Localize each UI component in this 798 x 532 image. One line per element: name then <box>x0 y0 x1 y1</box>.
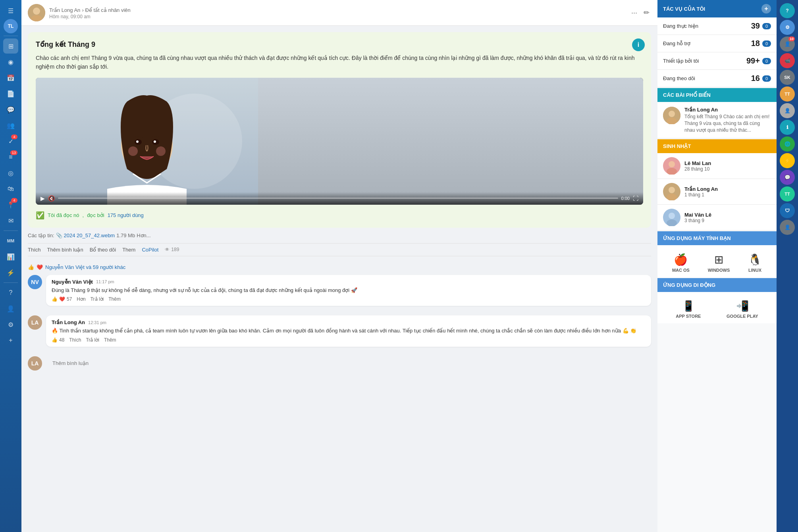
popular-section: CÁC BÀI PHỔ BIẾN Trần Long An Tổng kết T… <box>657 88 777 138</box>
read-by-label: đọc bởi <box>87 212 104 218</box>
attachment-label: Các tập tin: <box>28 232 54 238</box>
popular-post-avatar <box>663 107 680 124</box>
video-progress-bar[interactable] <box>58 198 618 199</box>
birthday-info-3: Mai Văn Lê 3 tháng 9 <box>684 212 771 223</box>
comment-input-row: LA <box>28 356 651 371</box>
check-icon: ✅ <box>36 211 44 220</box>
fullscreen-button[interactable]: ⛶ <box>633 195 638 202</box>
far-right-sidebar: ? ⚙ 👤 10 📹 SK TT 👤 ℹ 🌐 ⚡ 💬 TT 🛡 👤 <box>777 0 798 532</box>
fr-avatar-5[interactable]: SK <box>780 70 795 85</box>
sidebar-icon-location[interactable]: 📍 4 <box>3 197 18 212</box>
fr-avatar-2[interactable]: ⚙ <box>780 20 795 35</box>
fr-avatar-8[interactable]: ℹ <box>780 120 795 135</box>
sidebar-icon-calendar[interactable]: 📅 <box>3 70 18 85</box>
task-badge-3: 0 <box>762 58 771 64</box>
comment-button[interactable]: Thêm bình luận <box>47 247 83 253</box>
reaction-emoji-1: 👍 <box>28 264 34 270</box>
sidebar-icon-tasks[interactable]: ✓ 4 <box>3 134 18 149</box>
copilot-button[interactable]: CoPilot <box>142 247 158 253</box>
comment-action-reply-2[interactable]: Trả lời <box>86 337 99 343</box>
macos-label: MAC OS <box>672 268 690 273</box>
desktop-app-icons-row: 🍎 MAC OS ⊞ WINDOWS 🐧 LINUX <box>663 253 771 273</box>
comment-input[interactable] <box>46 356 651 370</box>
task-count-1: 39 <box>751 21 760 31</box>
sidebar-icon-settings[interactable]: ⚙ <box>3 317 18 332</box>
tasks-badge: 4 <box>11 134 17 139</box>
comment-action-like-2[interactable]: Thích <box>69 337 81 343</box>
task-count-2: 18 <box>751 39 760 48</box>
task-badge-1: 0 <box>762 23 771 29</box>
sidebar-icon-people[interactable]: 👥 <box>3 118 18 133</box>
fr-avatar-4[interactable]: 📹 <box>780 53 795 68</box>
sidebar-icon-add[interactable]: + <box>3 333 18 348</box>
fr-avatar-6[interactable]: TT <box>780 86 795 102</box>
fr-avatar-9[interactable]: 🌐 <box>780 136 795 152</box>
svg-point-13 <box>156 146 166 156</box>
sidebar-icon-chat[interactable]: 💬 <box>3 102 18 117</box>
popular-title: CÁC BÀI PHỔ BIẾN <box>663 92 711 98</box>
video-thumbnail <box>36 78 643 205</box>
task-label-4: Đang theo dõi <box>663 75 695 81</box>
fr-avatar-10[interactable]: ⚡ <box>780 153 795 168</box>
sidebar-icon-mm[interactable]: MM <box>3 233 18 248</box>
them-button[interactable]: Them <box>122 247 135 253</box>
info-icon[interactable]: i <box>632 38 645 51</box>
appstore-app[interactable]: 📱 APP STORE <box>676 300 701 319</box>
edit-button[interactable]: ✏ <box>642 7 651 19</box>
fr-avatar-13[interactable]: 🛡 <box>780 203 795 218</box>
like-button[interactable]: Thích <box>28 247 41 253</box>
sidebar-icon-envelope[interactable]: ✉ <box>3 213 18 228</box>
sidebar-icon-person[interactable]: 👤 <box>3 301 18 316</box>
sidebar-icon-menu[interactable]: ☰ <box>3 3 18 18</box>
fr-avatar-11[interactable]: 💬 <box>780 170 795 185</box>
linux-app[interactable]: 🐧 LINUX <box>748 253 762 273</box>
header-actions: ··· ✏ <box>630 7 651 19</box>
main-area: Trần Long An › Để tất cả nhân viên Hôm n… <box>21 0 657 532</box>
macos-app[interactable]: 🍎 MAC OS <box>672 253 690 273</box>
birthday-section: SINH NHẬT Lê Mai Lan 28 tháng 10 <box>657 139 777 230</box>
sidebar-icon-lightning[interactable]: ⚡ <box>3 265 18 280</box>
read-count-link[interactable]: 175 người dùng <box>108 212 144 218</box>
mobile-app-icons-row: 📱 APP STORE 📲 GOOGLE PLAY <box>663 300 771 319</box>
sidebar-icon-chart[interactable]: 📊 <box>3 249 18 264</box>
tasks-add-button[interactable]: + <box>761 4 771 13</box>
mobile-app-section: ỨNG DỤNG DI ĐỘNG 📱 APP STORE 📲 GOOGLE PL… <box>657 278 777 323</box>
fr-badge-3: 10 <box>788 36 795 41</box>
play-button[interactable]: ▶ <box>40 195 45 202</box>
post-content: Chào các anh chị em! Tháng 9 vừa qua, ch… <box>36 54 643 71</box>
fr-avatar-7[interactable]: 👤 <box>780 103 795 118</box>
commenter-avatar-1: NV <box>28 275 42 289</box>
desktop-app-section: ỨNG DỤNG MÁY TÍNH BẠN 🍎 MAC OS ⊞ WINDOWS… <box>657 231 777 277</box>
sidebar-icon-home[interactable]: ⊞ <box>3 38 18 54</box>
sidebar-icon-docs[interactable]: 📄 <box>3 86 18 101</box>
sidebar-icon-list[interactable]: ≡ 13 <box>3 150 18 165</box>
fr-avatar-12[interactable]: TT <box>780 186 795 202</box>
sidebar-user-avatar[interactable]: TL <box>4 19 18 33</box>
sidebar-icon-feed[interactable]: ◉ <box>3 54 18 69</box>
comment-action-more-1[interactable]: Hơn <box>77 296 85 302</box>
sidebar-icon-target[interactable]: ◎ <box>3 165 18 181</box>
comment-action-add-1[interactable]: Thêm <box>108 296 121 302</box>
windows-app[interactable]: ⊞ WINDOWS <box>708 253 730 273</box>
follow-button[interactable]: Bổ theo dõi <box>90 247 116 253</box>
attachment-link[interactable]: 2024 20_57_42.webm <box>64 232 115 238</box>
comment-action-reply-1[interactable]: Trả lời <box>91 296 104 302</box>
sidebar-icon-question[interactable]: ? <box>3 285 18 300</box>
fr-avatar-1[interactable]: ? <box>780 3 795 18</box>
birthday-item-3: Mai Văn Lê 3 tháng 9 <box>657 205 777 230</box>
volume-button[interactable]: 🔇 <box>48 195 55 202</box>
fr-avatar-14[interactable]: 👤 <box>780 220 795 235</box>
task-label-2: Đang hỗ trợ <box>663 40 690 46</box>
svg-point-11 <box>154 140 156 143</box>
birthday-info-2: Trần Long An 1 tháng 1 <box>684 186 771 198</box>
comment-time-2: 12:31 pm <box>88 320 106 325</box>
post-card: i Tổng kết Tháng 9 Chào các anh chị em! … <box>28 32 651 228</box>
sidebar-icon-store[interactable]: 🛍 <box>3 181 18 196</box>
fr-avatar-3[interactable]: 👤 10 <box>780 36 795 52</box>
reactors-row: 👍 ❤️ Nguyễn Văn Việt và 59 người khác <box>28 264 651 270</box>
more-options-button[interactable]: ··· <box>630 7 639 19</box>
comment-action-add-2[interactable]: Thêm <box>104 337 116 343</box>
reactors-link[interactable]: Nguyễn Văn Việt và 59 người khác <box>45 264 125 270</box>
googleplay-app[interactable]: 📲 GOOGLE PLAY <box>727 300 758 319</box>
comment-body-2: Trần Long An 12:31 pm 🔥 Tinh thần startu… <box>46 315 651 347</box>
